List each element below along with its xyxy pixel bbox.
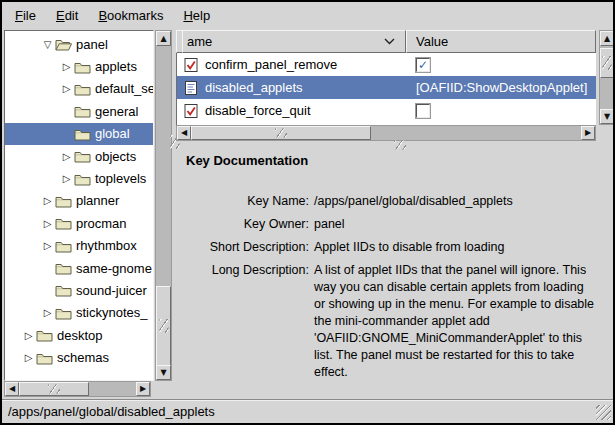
tree-row[interactable]: ▷ objects — [5, 145, 153, 167]
expander-icon[interactable]: ▽ — [40, 39, 55, 50]
doc-field: Short Description: Applet IIDs to disabl… — [176, 239, 613, 256]
folder-icon — [55, 194, 72, 208]
expander-icon[interactable]: ▷ — [40, 240, 55, 251]
key-value-cell: ✓ — [406, 58, 596, 72]
sort-indicator-icon — [384, 38, 395, 45]
folder-icon — [74, 127, 91, 141]
menubar-item-label: File — [15, 8, 36, 23]
tree-row-label: global — [95, 126, 130, 141]
tree-row[interactable]: ▷ toplevels — [5, 167, 153, 189]
column-header-name[interactable]: ame — [182, 30, 406, 53]
tree-row[interactable]: general — [5, 100, 153, 122]
key-value-cell: [OAFIID:ShowDesktopApplet] — [406, 80, 596, 95]
doc-field-label: Key Name: — [176, 193, 309, 210]
arrow-left-icon: ◀ — [181, 129, 187, 137]
scroll-up-button[interactable]: ▲ — [156, 31, 171, 46]
expander-icon[interactable]: ▷ — [59, 61, 74, 72]
scroll-left-button[interactable]: ◀ — [5, 382, 19, 396]
tree-row[interactable]: ▷ desktop — [5, 324, 153, 346]
scroll-up-button[interactable]: ▲ — [600, 31, 614, 46]
statusbar-text: /apps/panel/global/disabled_applets — [8, 404, 215, 419]
list-key-icon — [184, 80, 198, 96]
scroll-right-button[interactable]: ▶ — [581, 126, 595, 140]
scroll-left-button[interactable]: ◀ — [177, 126, 191, 140]
tree-row[interactable]: global — [5, 123, 153, 145]
arrow-right-icon: ▶ — [140, 385, 146, 393]
tree-row[interactable]: ▷ planner — [5, 190, 153, 212]
doc-field-value: panel — [314, 216, 345, 233]
horizontal-pane-splitter[interactable] — [176, 141, 613, 148]
menubar-item-label: Bookmarks — [98, 8, 163, 23]
tree-row-label: rhythmbox — [76, 238, 137, 253]
tree-row[interactable]: ▷ stickynotes_ — [5, 302, 153, 324]
doc-field: Key Owner: panel — [176, 216, 613, 233]
tree-row-label: applets — [95, 59, 137, 74]
key-value-cell — [406, 104, 596, 118]
tree-row[interactable]: ▽ panel — [5, 33, 153, 55]
resize-grip-icon[interactable] — [596, 405, 611, 420]
key-list[interactable]: confirm_panel_remove ✓ disabled_applets … — [176, 53, 596, 125]
scrollbar-thumb[interactable] — [19, 382, 89, 396]
tree-row-label: sound-juicer — [76, 283, 147, 298]
value-checkbox[interactable] — [416, 104, 430, 118]
arrow-down-icon: ▼ — [160, 369, 166, 377]
tree-vertical-scrollbar[interactable]: ▲ ▼ — [155, 30, 172, 381]
list-horizontal-scrollbar[interactable]: ◀ ▶ — [176, 125, 596, 141]
menubar: FileEditBookmarksHelp — [2, 2, 613, 28]
scroll-down-button[interactable]: ▼ — [600, 109, 614, 124]
expander-icon[interactable]: ▷ — [40, 195, 55, 206]
thumb-grip — [48, 385, 60, 394]
table-row[interactable]: disable_force_quit — [177, 99, 596, 122]
tree-row[interactable]: sound-juicer — [5, 279, 153, 301]
menubar-item[interactable]: File — [5, 5, 46, 26]
expander-icon[interactable]: ▷ — [21, 330, 36, 341]
tree-horizontal-scrollbar[interactable]: ◀ ▶ — [4, 381, 151, 397]
arrow-down-icon: ▼ — [604, 113, 610, 121]
folder-icon — [36, 328, 53, 342]
folder-icon — [55, 306, 72, 320]
tree-row-label: toplevels — [95, 171, 146, 186]
tree-row[interactable]: ▷ applets — [5, 55, 153, 77]
boolean-key-icon — [184, 103, 198, 119]
tree-row-label: general — [95, 104, 138, 119]
scroll-right-button[interactable]: ▶ — [136, 382, 150, 396]
expander-icon[interactable]: ▷ — [40, 307, 55, 318]
menubar-item[interactable]: Bookmarks — [88, 5, 173, 26]
arrow-up-icon: ▲ — [604, 35, 610, 43]
expander-icon[interactable]: ▷ — [21, 352, 36, 363]
table-row[interactable]: disabled_applets [OAFIID:ShowDesktopAppl… — [177, 76, 596, 99]
tree-row[interactable]: ▷ schemas — [5, 346, 153, 368]
expander-icon[interactable]: ▷ — [59, 173, 74, 184]
tree-row[interactable]: ▷ rhythmbox — [5, 235, 153, 257]
value-checkbox[interactable]: ✓ — [416, 58, 430, 72]
menubar-item[interactable]: Edit — [46, 5, 88, 26]
expander-icon[interactable]: ▷ — [59, 83, 74, 94]
folder-icon — [74, 149, 91, 163]
doc-panel-title: Key Documentation — [176, 148, 613, 168]
folder-icon — [74, 82, 91, 96]
tree-row[interactable]: ▷ default_se — [5, 78, 153, 100]
tree-row[interactable]: same-gnome — [5, 257, 153, 279]
scrollbar-thumb[interactable] — [191, 126, 371, 140]
table-row[interactable]: confirm_panel_remove ✓ — [177, 53, 596, 76]
tree-row-label: planner — [76, 193, 119, 208]
doc-field-label: Long Description: — [176, 262, 309, 381]
expander-icon[interactable]: ▷ — [59, 151, 74, 162]
list-vertical-scrollbar[interactable]: ▲ ▼ — [599, 30, 615, 125]
doc-field-label: Short Description: — [176, 239, 309, 256]
scroll-down-button[interactable]: ▼ — [156, 365, 171, 380]
column-header-name-label: ame — [187, 34, 212, 49]
scrollbar-thumb[interactable] — [600, 48, 614, 78]
boolean-key-icon — [184, 57, 198, 73]
column-header-value[interactable]: Value — [406, 30, 596, 53]
tree-row[interactable]: ▷ procman — [5, 212, 153, 234]
thumb-grip — [275, 129, 287, 138]
arrow-left-icon: ◀ — [9, 385, 15, 393]
expander-icon[interactable]: ▷ — [40, 218, 55, 229]
tree-view[interactable]: ▽ panel ▷ applets ▷ — [4, 30, 154, 381]
menubar-item[interactable]: Help — [173, 5, 220, 26]
scrollbar-thumb[interactable] — [156, 286, 171, 366]
column-header-value-label: Value — [411, 34, 448, 49]
folder-icon — [55, 216, 72, 230]
folder-icon — [55, 261, 72, 275]
